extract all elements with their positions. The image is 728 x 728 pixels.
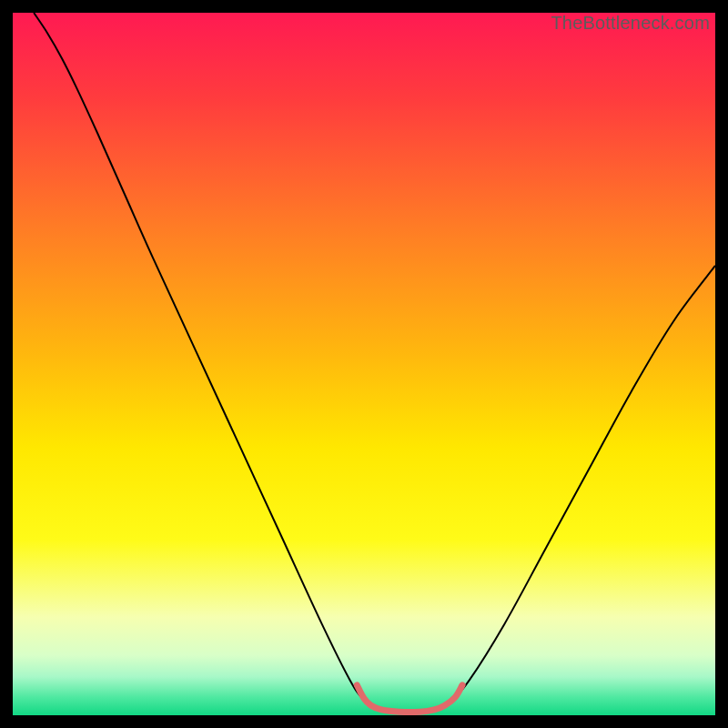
gradient-rect	[13, 13, 715, 715]
chart-frame: TheBottleneck.com	[13, 13, 715, 715]
watermark-text: TheBottleneck.com	[551, 13, 710, 34]
chart-svg	[13, 13, 715, 715]
